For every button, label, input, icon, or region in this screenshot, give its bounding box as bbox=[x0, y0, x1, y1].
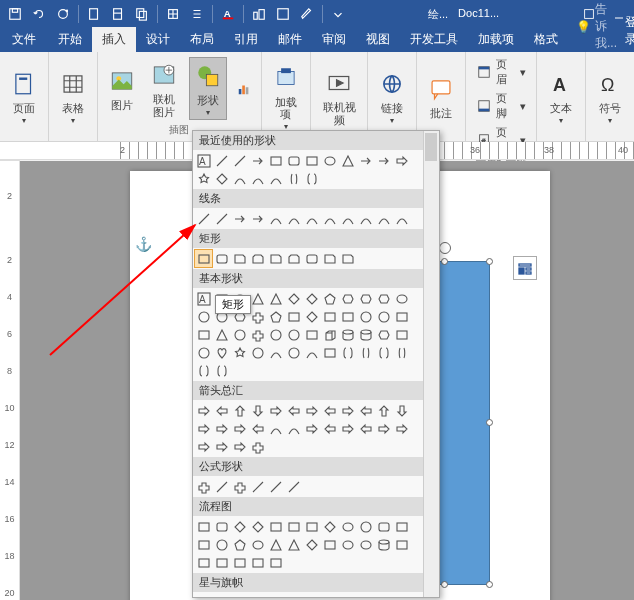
shape-curve[interactable] bbox=[303, 210, 320, 227]
shape-hex[interactable] bbox=[375, 290, 392, 307]
shape-rarrow[interactable] bbox=[213, 420, 230, 437]
shape-plus[interactable] bbox=[249, 308, 266, 325]
shape-text[interactable]: A bbox=[195, 290, 212, 307]
tab-format[interactable]: 格式 bbox=[524, 27, 568, 52]
addins-button[interactable]: 加载 项▾ bbox=[268, 60, 304, 133]
shape-rect[interactable] bbox=[303, 518, 320, 535]
shape-rect[interactable] bbox=[393, 518, 410, 535]
shape-hex[interactable] bbox=[375, 326, 392, 343]
shape-rect[interactable] bbox=[285, 308, 302, 325]
tab-layout[interactable]: 布局 bbox=[180, 27, 224, 52]
shape-curve[interactable] bbox=[303, 344, 320, 361]
tab-developer[interactable]: 开发工具 bbox=[400, 27, 468, 52]
shape-pent[interactable] bbox=[231, 536, 248, 553]
shape-star[interactable] bbox=[195, 170, 212, 187]
shape-tri[interactable] bbox=[213, 326, 230, 343]
shape-darrow[interactable] bbox=[249, 402, 266, 419]
shape-rarrow[interactable] bbox=[303, 420, 320, 437]
shape-roundrect[interactable] bbox=[285, 152, 302, 169]
shape-circle[interactable] bbox=[249, 344, 266, 361]
resize-handle-br[interactable] bbox=[486, 581, 493, 588]
shape-line[interactable] bbox=[249, 478, 266, 495]
shape-rarrow[interactable] bbox=[231, 420, 248, 437]
shape-arrow[interactable] bbox=[357, 152, 374, 169]
shape-paren[interactable] bbox=[357, 344, 374, 361]
shape-rect[interactable] bbox=[267, 152, 284, 169]
shape-curve[interactable] bbox=[267, 210, 284, 227]
shape-curve[interactable] bbox=[285, 420, 302, 437]
shape-plus[interactable] bbox=[249, 326, 266, 343]
shape-cube[interactable] bbox=[321, 326, 338, 343]
shape-curve[interactable] bbox=[249, 170, 266, 187]
shape-roundrect[interactable] bbox=[213, 250, 230, 267]
shape-line[interactable] bbox=[231, 152, 248, 169]
shape-snip1[interactable] bbox=[321, 250, 338, 267]
shape-heart[interactable] bbox=[213, 344, 230, 361]
tab-design[interactable]: 设计 bbox=[136, 27, 180, 52]
shape-circle[interactable] bbox=[375, 308, 392, 325]
undo-icon[interactable] bbox=[28, 3, 50, 25]
shape-rarrow[interactable] bbox=[267, 402, 284, 419]
tables-button[interactable]: 表格▾ bbox=[55, 66, 91, 127]
shape-line[interactable] bbox=[213, 478, 230, 495]
shape-circle[interactable] bbox=[213, 536, 230, 553]
shape-snip1[interactable] bbox=[231, 250, 248, 267]
shape-rect[interactable] bbox=[393, 536, 410, 553]
shape-rarrow[interactable] bbox=[231, 438, 248, 455]
shape-pent[interactable] bbox=[321, 290, 338, 307]
pages-button[interactable]: 页面▾ bbox=[6, 66, 42, 127]
tell-me-search[interactable]: 💡告诉我... bbox=[576, 1, 617, 52]
shape-larrow[interactable] bbox=[213, 402, 230, 419]
shape-star[interactable] bbox=[231, 344, 248, 361]
pictures-button[interactable]: 图片 bbox=[104, 63, 140, 113]
shape-rect[interactable] bbox=[321, 308, 338, 325]
shape-curve[interactable] bbox=[267, 170, 284, 187]
shape-rect[interactable] bbox=[195, 326, 212, 343]
shape-tri[interactable] bbox=[285, 536, 302, 553]
login-link[interactable]: 登录 bbox=[617, 10, 634, 52]
shape-plus[interactable] bbox=[231, 478, 248, 495]
shape-oval[interactable] bbox=[357, 536, 374, 553]
shape-tri[interactable] bbox=[267, 536, 284, 553]
shape-snip2[interactable] bbox=[285, 250, 302, 267]
shape-hex[interactable] bbox=[357, 290, 374, 307]
symbols-button[interactable]: Ω符号▾ bbox=[592, 66, 628, 127]
shape-rect[interactable] bbox=[195, 554, 212, 571]
shape-brace[interactable] bbox=[195, 362, 212, 379]
shape-oval[interactable] bbox=[321, 152, 338, 169]
shape-rarrow[interactable] bbox=[393, 420, 410, 437]
resize-handle-t[interactable] bbox=[441, 258, 448, 265]
font-color-icon[interactable]: A bbox=[217, 3, 239, 25]
shape-rect[interactable] bbox=[267, 554, 284, 571]
shape-larrow[interactable] bbox=[321, 420, 338, 437]
tab-addins[interactable]: 加载项 bbox=[468, 27, 524, 52]
shape-roundrect[interactable] bbox=[303, 250, 320, 267]
shape-circle[interactable] bbox=[195, 344, 212, 361]
shape-larrow[interactable] bbox=[357, 402, 374, 419]
more-icon[interactable] bbox=[327, 3, 349, 25]
shape-darrow[interactable] bbox=[393, 402, 410, 419]
shape-brace[interactable] bbox=[213, 362, 230, 379]
resize-handle-r[interactable] bbox=[486, 419, 493, 426]
shape-brace[interactable] bbox=[339, 344, 356, 361]
shape-rect[interactable] bbox=[303, 152, 320, 169]
shape-tri[interactable] bbox=[339, 152, 356, 169]
shape-rect[interactable] bbox=[393, 326, 410, 343]
chart-button[interactable] bbox=[233, 78, 255, 100]
shape-curve[interactable] bbox=[393, 210, 410, 227]
shape-diamond[interactable] bbox=[285, 290, 302, 307]
shape-diamond[interactable] bbox=[321, 518, 338, 535]
shape-circle[interactable] bbox=[195, 308, 212, 325]
shape-circle[interactable] bbox=[357, 518, 374, 535]
shape-curve[interactable] bbox=[357, 210, 374, 227]
resize-handle-tr[interactable] bbox=[486, 258, 493, 265]
shape-diamond[interactable] bbox=[303, 290, 320, 307]
shape-rect[interactable] bbox=[195, 250, 212, 267]
shape-rect[interactable] bbox=[213, 554, 230, 571]
shape-curve[interactable] bbox=[267, 344, 284, 361]
edit-icon[interactable] bbox=[296, 3, 318, 25]
shape-circle[interactable] bbox=[285, 326, 302, 343]
shape-diamond[interactable] bbox=[303, 536, 320, 553]
shape-brace[interactable] bbox=[303, 170, 320, 187]
shape-rect[interactable] bbox=[195, 536, 212, 553]
